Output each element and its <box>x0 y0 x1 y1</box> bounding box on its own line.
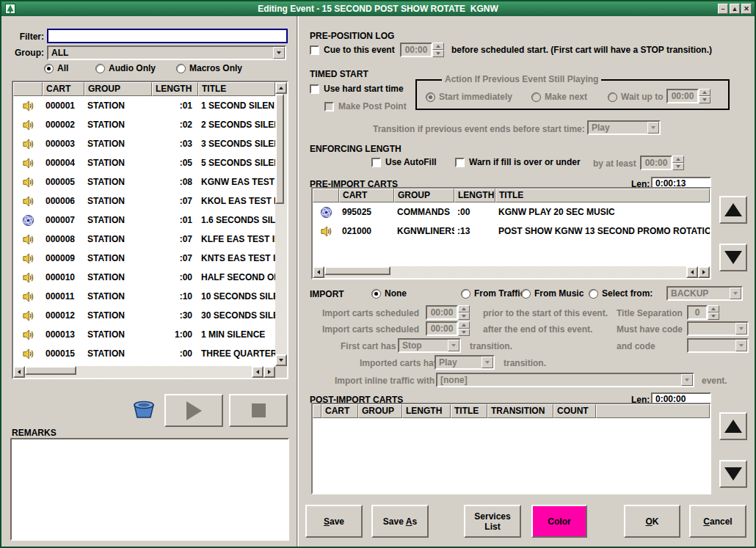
chevron-down-icon[interactable] <box>647 122 659 134</box>
spin-down-arrow[interactable] <box>708 313 719 320</box>
scroll-left-arrow[interactable] <box>252 366 263 378</box>
filter-input[interactable] <box>47 29 288 43</box>
imported-carts-transition-select[interactable]: Play <box>435 355 495 370</box>
scroll-right-arrow[interactable] <box>263 366 275 378</box>
remarks-textarea[interactable] <box>10 438 289 541</box>
column-header[interactable]: GROUP <box>394 189 454 202</box>
scroll-thumb[interactable] <box>275 94 284 204</box>
scroll-track[interactable] <box>275 94 287 354</box>
spin-down-arrow[interactable] <box>458 329 470 336</box>
services-list-button[interactable]: ServicesList <box>464 505 521 538</box>
spin-down-arrow[interactable] <box>699 96 710 103</box>
spin-up-arrow[interactable] <box>458 321 470 329</box>
and-code-select[interactable] <box>687 338 749 353</box>
cart-row[interactable]: 000005STATION:08KGNW EAS TEST <box>13 172 275 191</box>
cart-row[interactable]: 000007STATION:011.6 SECONDS SIL <box>13 211 275 230</box>
spin-down-arrow[interactable] <box>432 50 444 57</box>
column-header[interactable]: TITLE <box>495 189 710 202</box>
cart-row[interactable]: 021000KGNWLINERS:13POST SHOW KGNW 13 SEC… <box>313 222 710 241</box>
chevron-down-icon[interactable] <box>735 323 747 335</box>
radio-from-traffic[interactable] <box>461 289 470 299</box>
column-header[interactable]: CART <box>339 189 394 202</box>
spin-up-arrow[interactable] <box>699 89 710 96</box>
column-header[interactable]: LENGTH <box>402 404 451 418</box>
column-header[interactable] <box>313 404 321 418</box>
titlebar[interactable]: Editing Event - 15 SECOND POST SHOW ROTA… <box>1 1 755 16</box>
column-header[interactable]: COUNT <box>553 404 596 418</box>
scroll-down-arrow[interactable] <box>275 354 287 366</box>
radio-wait-up-to[interactable] <box>608 92 617 102</box>
cart-row[interactable]: 000012STATION:3030 SECONDS SILE <box>13 306 275 325</box>
cart-library-table[interactable]: CARTGROUPLENGTHTITLE 000001STATION:011 S… <box>12 81 288 379</box>
spin-up-arrow[interactable] <box>432 43 444 50</box>
use-autofill-checkbox[interactable] <box>371 158 381 167</box>
play-button[interactable] <box>164 394 223 427</box>
cue-to-event-checkbox[interactable] <box>310 45 319 55</box>
cancel-button[interactable]: Cancel <box>689 505 746 538</box>
pre-import-move-down-button[interactable] <box>719 244 747 271</box>
radio-all[interactable] <box>44 64 54 73</box>
ok-button[interactable]: OK <box>624 505 680 538</box>
column-header[interactable] <box>313 189 339 202</box>
scroll-left-arrow[interactable] <box>313 266 324 278</box>
chevron-down-icon[interactable] <box>273 47 285 59</box>
spin-down-arrow[interactable] <box>672 163 684 170</box>
scroll-track[interactable] <box>25 366 252 378</box>
chevron-down-icon[interactable] <box>681 374 693 386</box>
chevron-down-icon[interactable] <box>735 340 747 351</box>
library-vertical-scrollbar[interactable] <box>275 82 287 366</box>
title-separation-spinbox[interactable]: 0 <box>687 305 719 320</box>
cart-row[interactable]: 000015STATION:00THREE QUARTER <box>13 344 275 363</box>
chevron-down-icon[interactable] <box>730 288 741 299</box>
radio-make-next[interactable] <box>531 92 541 102</box>
pre-import-carts-table[interactable]: CARTGROUPLENGTHTITLE 995025COMMANDS:00KG… <box>311 187 711 280</box>
group-select[interactable]: ALL <box>47 45 286 60</box>
post-import-move-up-button[interactable] <box>719 412 747 440</box>
radio-audio-only[interactable] <box>95 64 105 73</box>
cart-row[interactable]: 000013STATION1:001 MIN SILENCE <box>13 325 275 344</box>
chevron-down-icon[interactable] <box>448 340 459 351</box>
spin-down-arrow[interactable] <box>458 313 470 320</box>
warn-fill-checkbox[interactable] <box>455 158 465 167</box>
save-as-button[interactable]: Save As <box>371 505 429 538</box>
cart-row[interactable]: 000002STATION:022 SECONDS SILEN <box>13 115 275 134</box>
column-header[interactable]: CART <box>321 404 358 418</box>
sched-after-spinbox[interactable]: 00:00 <box>426 321 470 336</box>
make-post-point-checkbox[interactable] <box>324 102 334 112</box>
column-header[interactable]: TITLE <box>451 404 487 418</box>
sched-prior-spinbox[interactable]: 00:00 <box>426 305 470 320</box>
scroll-up-arrow[interactable] <box>275 82 287 94</box>
spin-up-arrow[interactable] <box>672 156 684 163</box>
cart-row[interactable]: 000006STATION:07KKOL EAS TEST IN <box>13 191 275 211</box>
radio-from-music[interactable] <box>521 289 531 299</box>
scroll-left-arrow[interactable] <box>13 366 25 378</box>
column-header[interactable]: LENGTH <box>454 189 495 202</box>
inline-traffic-select[interactable]: [none] <box>436 373 694 387</box>
radio-macros-only[interactable] <box>176 64 186 73</box>
post-import-move-down-button[interactable] <box>719 460 747 488</box>
first-cart-transition-select[interactable]: Stop <box>398 338 461 353</box>
column-header[interactable]: TITLE <box>198 82 275 96</box>
cue-time-spinbox[interactable]: 00:00 <box>400 43 444 57</box>
wait-time-spinbox[interactable]: 00:00 <box>666 89 710 103</box>
column-header[interactable] <box>13 82 43 96</box>
column-header[interactable]: CART <box>43 82 84 96</box>
cart-row[interactable]: 000003STATION:033 SECONDS SILEN <box>13 134 275 153</box>
scroll-left-arrow[interactable] <box>686 266 698 278</box>
cart-bucket-icon[interactable] <box>131 398 157 423</box>
post-import-body[interactable] <box>313 418 710 493</box>
cart-row[interactable]: 000004STATION:055 SECONDS SILEN <box>13 153 275 172</box>
select-from-select[interactable]: BACKUP <box>666 286 743 301</box>
close-button[interactable]: ✕ <box>741 4 752 14</box>
column-header[interactable]: GROUP <box>358 404 402 418</box>
pre-import-move-up-button[interactable] <box>719 196 747 224</box>
radio-import-none[interactable] <box>371 289 381 299</box>
cart-row[interactable]: 000009STATION:07KNTS EAS TEST IN <box>13 249 275 268</box>
color-button[interactable]: Color <box>531 505 587 538</box>
minimize-button[interactable]: – <box>718 4 728 14</box>
must-have-code-select[interactable] <box>687 321 749 336</box>
spin-up-arrow[interactable] <box>708 305 719 313</box>
cart-row[interactable]: 000011STATION:1010 SECONDS SILE <box>13 287 275 306</box>
maximize-button[interactable]: ▲ <box>730 4 740 14</box>
column-header[interactable]: LENGTH <box>152 82 198 96</box>
